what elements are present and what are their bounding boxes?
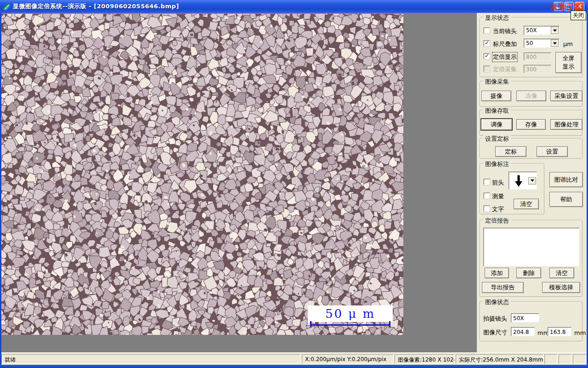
chevron-down-icon[interactable] bbox=[551, 27, 559, 34]
report-delete-button[interactable]: 删除 bbox=[516, 268, 541, 278]
freeze-button: 冻像 bbox=[516, 91, 546, 101]
combo-arrow-style[interactable] bbox=[509, 172, 537, 190]
unit-height-mm: mm bbox=[574, 329, 586, 336]
status-empty-2 bbox=[559, 354, 571, 364]
status-empty-3 bbox=[573, 354, 586, 364]
group-report-label: 定倍报告 bbox=[483, 217, 511, 225]
input-fixed-display bbox=[524, 52, 551, 61]
status-empty-1 bbox=[544, 354, 557, 364]
status-pixel-scale: X:0.200μm/pix Y:0.200μm/pix bbox=[302, 354, 394, 364]
status-ready: 就绪 bbox=[1, 354, 300, 364]
scale-bar-label-box: 50 μ m bbox=[308, 305, 393, 322]
label-image-size: 图像尺寸 bbox=[483, 328, 507, 337]
app-icon bbox=[2, 3, 10, 11]
label-ruler-overlay: 标尺叠加 bbox=[493, 40, 517, 48]
control-panel: 显示状态 当前镜头 50X 标尺叠加 50 μm 定倍显示 定倍采集 全屏 显示… bbox=[477, 13, 587, 352]
checkbox-fixed-display[interactable] bbox=[484, 53, 490, 59]
scale-bar-tick-right bbox=[389, 321, 390, 328]
help-button[interactable]: 帮助 bbox=[549, 192, 583, 207]
export-report-button[interactable]: 导出报告 bbox=[482, 282, 524, 293]
report-clear-button[interactable]: 清空 bbox=[549, 268, 574, 278]
group-image-status-label: 图像状态 bbox=[483, 298, 511, 306]
combo-ruler-value[interactable]: 50 bbox=[524, 39, 560, 48]
label-measure: 测量 bbox=[492, 192, 504, 201]
report-listbox[interactable] bbox=[483, 228, 579, 266]
status-actual-size: 实际尺寸:256.0mm X 204.8mm bbox=[456, 354, 543, 364]
status-bar: 就绪 X:0.200μm/pix Y:0.200μm/pix 图像像素:1280… bbox=[1, 352, 587, 365]
template-select-button[interactable]: 模板选择 bbox=[542, 282, 580, 293]
group-display-status-label: 显示状态 bbox=[483, 14, 511, 22]
checkbox-measure[interactable] bbox=[484, 193, 490, 199]
checkbox-fixed-capture bbox=[484, 66, 490, 72]
down-arrow-icon bbox=[514, 174, 523, 187]
image-process-button[interactable]: 图像处理 bbox=[550, 119, 582, 130]
chevron-down-icon[interactable] bbox=[551, 40, 559, 47]
label-arrow: 箭头 bbox=[492, 178, 504, 187]
label-fixed-display: 定倍显示 bbox=[493, 53, 517, 61]
group-calibration-label: 设置定标 bbox=[483, 135, 511, 143]
label-fixed-capture: 定倍采集 bbox=[493, 65, 517, 74]
grain-texture bbox=[1, 14, 403, 335]
atlas-compare-button[interactable]: 图谱比对 bbox=[549, 172, 583, 187]
scale-bar-text: 50 μ m bbox=[325, 307, 375, 321]
chevron-down-icon[interactable] bbox=[528, 177, 536, 184]
label-current-lens: 当前镜头 bbox=[493, 27, 517, 35]
combo-current-lens[interactable]: 50X bbox=[524, 26, 560, 35]
checkbox-arrow[interactable] bbox=[484, 179, 490, 185]
ruler-unit-label: μm bbox=[563, 40, 573, 47]
checkbox-current-lens[interactable] bbox=[484, 28, 490, 34]
calibrate-button[interactable]: 定标 bbox=[495, 146, 526, 157]
checkbox-text[interactable] bbox=[484, 206, 490, 212]
load-image-button[interactable]: 调像 bbox=[481, 119, 512, 130]
status-image-pixels: 图像像素:1280 X 1024 bbox=[395, 354, 455, 364]
scale-bar-line bbox=[310, 324, 390, 326]
capture-settings-button[interactable]: 采集设置 bbox=[550, 91, 582, 101]
scale-bar-tick-left bbox=[310, 321, 311, 328]
field-image-width bbox=[511, 327, 535, 336]
group-annotation-label: 图像标注 bbox=[483, 160, 511, 168]
close-tooltip: 关闭 bbox=[571, 11, 586, 20]
group-image-storage-label: 图像存取 bbox=[483, 107, 511, 115]
input-fixed-capture bbox=[524, 65, 551, 73]
annotation-clear-button[interactable]: 清空 bbox=[514, 199, 539, 209]
save-image-button[interactable]: 存像 bbox=[516, 119, 546, 130]
label-text: 文字 bbox=[492, 205, 504, 213]
client-area: 50 μ m bbox=[1, 13, 477, 352]
label-shooting-lens: 拍摄镜头 bbox=[483, 315, 507, 323]
micrograph-image[interactable]: 50 μ m bbox=[1, 14, 403, 335]
group-image-capture-label: 图像采集 bbox=[483, 78, 511, 86]
title-bar: 显微图像定倍系统--演示版 - [20090602055646.bmp] 承德仪… bbox=[0, 0, 588, 13]
field-shooting-lens bbox=[511, 313, 539, 322]
field-image-height bbox=[548, 327, 571, 336]
fullscreen-button[interactable]: 全屏 显示 bbox=[555, 52, 582, 73]
app-window: 显微图像定倍系统--演示版 - [20090602055646.bmp] 承德仪… bbox=[0, 0, 588, 368]
window-border-bottom bbox=[0, 365, 588, 368]
shoot-button[interactable]: 摄像 bbox=[481, 91, 511, 101]
calibration-settings-button[interactable]: 设置 bbox=[537, 146, 568, 157]
window-title: 显微图像定倍系统--演示版 - [20090602055646.bmp] bbox=[13, 2, 179, 11]
report-add-button[interactable]: 添加 bbox=[485, 268, 509, 278]
checkbox-ruler-overlay[interactable] bbox=[484, 40, 490, 46]
